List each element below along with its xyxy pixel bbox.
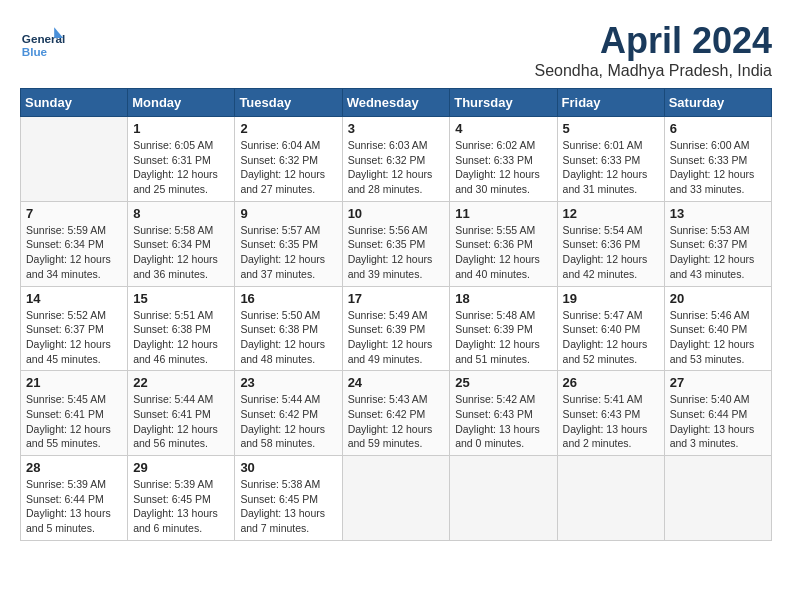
calendar-cell: 4Sunrise: 6:02 AMSunset: 6:33 PMDaylight… — [450, 117, 557, 202]
day-number: 6 — [670, 121, 766, 136]
calendar-cell: 26Sunrise: 5:41 AMSunset: 6:43 PMDayligh… — [557, 371, 664, 456]
logo-icon: General Blue — [20, 20, 65, 65]
day-number: 12 — [563, 206, 659, 221]
day-number: 28 — [26, 460, 122, 475]
day-of-week-header: Tuesday — [235, 89, 342, 117]
day-number: 24 — [348, 375, 445, 390]
day-number: 7 — [26, 206, 122, 221]
day-info: Sunrise: 5:40 AMSunset: 6:44 PMDaylight:… — [670, 392, 766, 451]
day-number: 11 — [455, 206, 551, 221]
day-of-week-header: Saturday — [664, 89, 771, 117]
calendar-cell: 13Sunrise: 5:53 AMSunset: 6:37 PMDayligh… — [664, 201, 771, 286]
day-of-week-header: Thursday — [450, 89, 557, 117]
day-number: 2 — [240, 121, 336, 136]
day-number: 9 — [240, 206, 336, 221]
calendar-cell: 10Sunrise: 5:56 AMSunset: 6:35 PMDayligh… — [342, 201, 450, 286]
day-number: 26 — [563, 375, 659, 390]
day-info: Sunrise: 5:39 AMSunset: 6:44 PMDaylight:… — [26, 477, 122, 536]
day-number: 14 — [26, 291, 122, 306]
calendar-cell: 6Sunrise: 6:00 AMSunset: 6:33 PMDaylight… — [664, 117, 771, 202]
day-number: 8 — [133, 206, 229, 221]
day-number: 27 — [670, 375, 766, 390]
day-info: Sunrise: 5:51 AMSunset: 6:38 PMDaylight:… — [133, 308, 229, 367]
calendar-cell: 5Sunrise: 6:01 AMSunset: 6:33 PMDaylight… — [557, 117, 664, 202]
day-info: Sunrise: 6:04 AMSunset: 6:32 PMDaylight:… — [240, 138, 336, 197]
day-info: Sunrise: 6:01 AMSunset: 6:33 PMDaylight:… — [563, 138, 659, 197]
calendar-cell — [557, 456, 664, 541]
calendar-cell: 12Sunrise: 5:54 AMSunset: 6:36 PMDayligh… — [557, 201, 664, 286]
logo: General Blue — [20, 20, 65, 65]
calendar-cell: 28Sunrise: 5:39 AMSunset: 6:44 PMDayligh… — [21, 456, 128, 541]
calendar-cell: 20Sunrise: 5:46 AMSunset: 6:40 PMDayligh… — [664, 286, 771, 371]
calendar-cell: 21Sunrise: 5:45 AMSunset: 6:41 PMDayligh… — [21, 371, 128, 456]
svg-text:Blue: Blue — [22, 45, 48, 58]
day-info: Sunrise: 5:50 AMSunset: 6:38 PMDaylight:… — [240, 308, 336, 367]
calendar-cell: 15Sunrise: 5:51 AMSunset: 6:38 PMDayligh… — [128, 286, 235, 371]
day-info: Sunrise: 5:52 AMSunset: 6:37 PMDaylight:… — [26, 308, 122, 367]
calendar-table: SundayMondayTuesdayWednesdayThursdayFrid… — [20, 88, 772, 541]
calendar-cell: 8Sunrise: 5:58 AMSunset: 6:34 PMDaylight… — [128, 201, 235, 286]
day-info: Sunrise: 5:39 AMSunset: 6:45 PMDaylight:… — [133, 477, 229, 536]
calendar-cell — [664, 456, 771, 541]
calendar-cell: 22Sunrise: 5:44 AMSunset: 6:41 PMDayligh… — [128, 371, 235, 456]
day-info: Sunrise: 5:53 AMSunset: 6:37 PMDaylight:… — [670, 223, 766, 282]
calendar-cell: 7Sunrise: 5:59 AMSunset: 6:34 PMDaylight… — [21, 201, 128, 286]
calendar-cell — [450, 456, 557, 541]
calendar-cell: 1Sunrise: 6:05 AMSunset: 6:31 PMDaylight… — [128, 117, 235, 202]
calendar-cell: 27Sunrise: 5:40 AMSunset: 6:44 PMDayligh… — [664, 371, 771, 456]
day-number: 16 — [240, 291, 336, 306]
calendar-cell: 16Sunrise: 5:50 AMSunset: 6:38 PMDayligh… — [235, 286, 342, 371]
day-info: Sunrise: 5:42 AMSunset: 6:43 PMDaylight:… — [455, 392, 551, 451]
day-info: Sunrise: 5:44 AMSunset: 6:41 PMDaylight:… — [133, 392, 229, 451]
day-number: 15 — [133, 291, 229, 306]
day-number: 25 — [455, 375, 551, 390]
calendar-cell: 3Sunrise: 6:03 AMSunset: 6:32 PMDaylight… — [342, 117, 450, 202]
day-number: 22 — [133, 375, 229, 390]
calendar-cell: 18Sunrise: 5:48 AMSunset: 6:39 PMDayligh… — [450, 286, 557, 371]
day-info: Sunrise: 5:48 AMSunset: 6:39 PMDaylight:… — [455, 308, 551, 367]
calendar-cell: 25Sunrise: 5:42 AMSunset: 6:43 PMDayligh… — [450, 371, 557, 456]
day-info: Sunrise: 5:59 AMSunset: 6:34 PMDaylight:… — [26, 223, 122, 282]
day-info: Sunrise: 5:55 AMSunset: 6:36 PMDaylight:… — [455, 223, 551, 282]
day-number: 13 — [670, 206, 766, 221]
calendar-cell: 14Sunrise: 5:52 AMSunset: 6:37 PMDayligh… — [21, 286, 128, 371]
day-number: 5 — [563, 121, 659, 136]
day-number: 23 — [240, 375, 336, 390]
day-info: Sunrise: 5:58 AMSunset: 6:34 PMDaylight:… — [133, 223, 229, 282]
day-info: Sunrise: 5:57 AMSunset: 6:35 PMDaylight:… — [240, 223, 336, 282]
day-number: 1 — [133, 121, 229, 136]
location: Seondha, Madhya Pradesh, India — [535, 62, 773, 80]
day-info: Sunrise: 5:44 AMSunset: 6:42 PMDaylight:… — [240, 392, 336, 451]
day-number: 21 — [26, 375, 122, 390]
calendar-cell: 2Sunrise: 6:04 AMSunset: 6:32 PMDaylight… — [235, 117, 342, 202]
day-info: Sunrise: 5:41 AMSunset: 6:43 PMDaylight:… — [563, 392, 659, 451]
day-number: 3 — [348, 121, 445, 136]
calendar-cell: 23Sunrise: 5:44 AMSunset: 6:42 PMDayligh… — [235, 371, 342, 456]
day-info: Sunrise: 5:43 AMSunset: 6:42 PMDaylight:… — [348, 392, 445, 451]
day-info: Sunrise: 6:05 AMSunset: 6:31 PMDaylight:… — [133, 138, 229, 197]
calendar-cell: 19Sunrise: 5:47 AMSunset: 6:40 PMDayligh… — [557, 286, 664, 371]
calendar-cell: 11Sunrise: 5:55 AMSunset: 6:36 PMDayligh… — [450, 201, 557, 286]
day-number: 10 — [348, 206, 445, 221]
day-info: Sunrise: 5:56 AMSunset: 6:35 PMDaylight:… — [348, 223, 445, 282]
day-info: Sunrise: 6:00 AMSunset: 6:33 PMDaylight:… — [670, 138, 766, 197]
day-of-week-header: Wednesday — [342, 89, 450, 117]
day-of-week-header: Sunday — [21, 89, 128, 117]
day-number: 17 — [348, 291, 445, 306]
day-info: Sunrise: 5:49 AMSunset: 6:39 PMDaylight:… — [348, 308, 445, 367]
day-number: 20 — [670, 291, 766, 306]
day-info: Sunrise: 5:38 AMSunset: 6:45 PMDaylight:… — [240, 477, 336, 536]
day-number: 19 — [563, 291, 659, 306]
day-of-week-header: Monday — [128, 89, 235, 117]
page-header: General Blue April 2024 Seondha, Madhya … — [20, 20, 772, 80]
day-info: Sunrise: 5:54 AMSunset: 6:36 PMDaylight:… — [563, 223, 659, 282]
title-section: April 2024 Seondha, Madhya Pradesh, Indi… — [535, 20, 773, 80]
calendar-cell — [21, 117, 128, 202]
calendar-cell: 30Sunrise: 5:38 AMSunset: 6:45 PMDayligh… — [235, 456, 342, 541]
day-info: Sunrise: 5:46 AMSunset: 6:40 PMDaylight:… — [670, 308, 766, 367]
month-title: April 2024 — [535, 20, 773, 62]
day-number: 30 — [240, 460, 336, 475]
calendar-cell: 17Sunrise: 5:49 AMSunset: 6:39 PMDayligh… — [342, 286, 450, 371]
calendar-cell: 29Sunrise: 5:39 AMSunset: 6:45 PMDayligh… — [128, 456, 235, 541]
day-info: Sunrise: 6:02 AMSunset: 6:33 PMDaylight:… — [455, 138, 551, 197]
